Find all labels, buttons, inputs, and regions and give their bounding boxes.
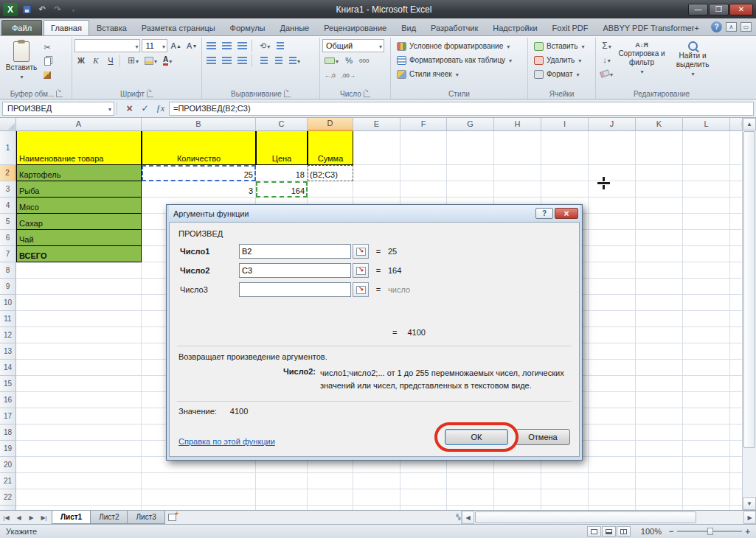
- merge-center-button[interactable]: [287, 54, 302, 67]
- cell-K12[interactable]: [636, 327, 683, 343]
- cell-I3[interactable]: [541, 181, 589, 198]
- cell-H3[interactable]: [494, 181, 541, 198]
- fill-button[interactable]: [598, 53, 615, 66]
- cell-J4[interactable]: [589, 198, 636, 214]
- cell-H21[interactable]: [494, 473, 541, 489]
- cell-B22[interactable]: [142, 489, 256, 506]
- cell-J11[interactable]: [589, 311, 636, 327]
- cell-E23[interactable]: [353, 506, 400, 510]
- font-color-button[interactable]: А: [161, 54, 174, 67]
- cells-item-0[interactable]: Вставить: [530, 39, 593, 53]
- cell-M8[interactable]: [730, 262, 742, 279]
- cell-G21[interactable]: [447, 473, 494, 489]
- cell-M6[interactable]: [730, 230, 742, 246]
- cell-L4[interactable]: [683, 198, 730, 214]
- cell-G1[interactable]: [447, 131, 494, 165]
- tab-Вид[interactable]: Вид: [394, 20, 423, 35]
- decrease-decimal-button[interactable]: ,00→: [339, 69, 358, 82]
- window-restore-icon[interactable]: ▭: [741, 22, 752, 32]
- insert-worksheet-button[interactable]: [164, 511, 181, 524]
- increase-indent-button[interactable]: [272, 54, 285, 67]
- cell-I21[interactable]: [541, 473, 589, 489]
- cell-I23[interactable]: [541, 506, 589, 510]
- align-middle-button[interactable]: [220, 39, 234, 52]
- dialog-help-button[interactable]: ?: [535, 208, 553, 219]
- cell-K18[interactable]: [636, 425, 683, 441]
- argument-input-Число1[interactable]: [239, 244, 351, 259]
- row-header-10[interactable]: 10: [0, 295, 16, 311]
- cell-A2[interactable]: Картофель: [16, 165, 142, 181]
- cell-J8[interactable]: [589, 262, 636, 279]
- cell-L1[interactable]: [683, 131, 730, 165]
- align-bottom-button[interactable]: [235, 39, 249, 52]
- paste-button[interactable]: Вставить: [4, 39, 39, 88]
- row-header-15[interactable]: 15: [0, 376, 16, 392]
- sheet-tab-Лист1[interactable]: Лист1: [52, 511, 91, 524]
- zoom-in-icon[interactable]: +: [746, 528, 750, 536]
- cell-A9[interactable]: [16, 279, 142, 295]
- row-header-16[interactable]: 16: [0, 392, 16, 408]
- cell-A14[interactable]: [16, 360, 142, 376]
- cell-K9[interactable]: [636, 279, 683, 295]
- align-center-button[interactable]: [220, 54, 234, 67]
- borders-button[interactable]: [125, 54, 141, 67]
- column-header-I[interactable]: I: [541, 118, 589, 131]
- cell-H2[interactable]: [494, 165, 541, 181]
- cell-A19[interactable]: [16, 441, 142, 457]
- find-select-button[interactable]: Найти и выделить: [668, 39, 717, 80]
- scroll-right-icon[interactable]: ▶: [743, 511, 756, 524]
- cell-J23[interactable]: [589, 506, 636, 510]
- cell-C2[interactable]: 18: [256, 165, 308, 181]
- cell-D22[interactable]: [308, 489, 353, 506]
- cell-M1[interactable]: [730, 131, 742, 165]
- cell-A15[interactable]: [16, 376, 142, 392]
- dialog-close-button[interactable]: [555, 208, 578, 219]
- column-header-H[interactable]: H: [494, 118, 541, 131]
- cell-M18[interactable]: [730, 425, 742, 441]
- cell-D1[interactable]: Сумма: [308, 131, 353, 165]
- cell-C23[interactable]: [256, 506, 308, 510]
- cell-M5[interactable]: [730, 214, 742, 230]
- cell-G23[interactable]: [447, 506, 494, 510]
- cell-L2[interactable]: [683, 165, 730, 181]
- cell-F2[interactable]: [400, 165, 447, 181]
- font-name-select[interactable]: [74, 39, 140, 52]
- sheet-tab-Лист3[interactable]: Лист3: [127, 511, 164, 524]
- cell-J9[interactable]: [589, 279, 636, 295]
- cell-K10[interactable]: [636, 295, 683, 311]
- tab-Рецензирование[interactable]: Рецензирование: [316, 20, 394, 35]
- insert-function-button[interactable]: [153, 102, 167, 116]
- cell-K23[interactable]: [636, 506, 683, 510]
- cell-M19[interactable]: [730, 441, 742, 457]
- cell-L13[interactable]: [683, 343, 730, 360]
- cell-L20[interactable]: [683, 457, 730, 473]
- alignment-dialog-launcher[interactable]: [284, 91, 291, 97]
- cell-F23[interactable]: [400, 506, 447, 510]
- cell-F1[interactable]: [400, 131, 447, 165]
- bold-button[interactable]: Ж: [74, 54, 88, 67]
- sort-filter-button[interactable]: Сортировка и фильтр: [617, 39, 666, 80]
- cell-M2[interactable]: [730, 165, 742, 181]
- cell-J21[interactable]: [589, 473, 636, 489]
- cell-M10[interactable]: [730, 295, 742, 311]
- scroll-down-icon[interactable]: ▼: [743, 497, 756, 510]
- cell-B23[interactable]: [142, 506, 256, 510]
- qat-customize-button[interactable]: [66, 3, 80, 15]
- cell-J10[interactable]: [589, 295, 636, 311]
- increase-decimal-button[interactable]: ←,0: [322, 69, 338, 82]
- cell-A23[interactable]: [16, 506, 142, 510]
- styles-item-2[interactable]: Стили ячеек: [393, 67, 525, 81]
- cell-L8[interactable]: [683, 262, 730, 279]
- cell-A11[interactable]: [16, 311, 142, 327]
- styles-item-0[interactable]: Условное форматирование: [393, 39, 525, 53]
- cell-J1[interactable]: [589, 131, 636, 165]
- row-header-19[interactable]: 19: [0, 441, 16, 457]
- cell-K5[interactable]: [636, 214, 683, 230]
- percent-format-button[interactable]: %: [342, 54, 356, 67]
- formula-input[interactable]: =ПРОИЗВЕД(B2;C3): [169, 102, 754, 116]
- cell-C21[interactable]: [256, 473, 308, 489]
- cell-A12[interactable]: [16, 327, 142, 343]
- row-header-9[interactable]: 9: [0, 279, 16, 295]
- cell-L11[interactable]: [683, 311, 730, 327]
- cell-L23[interactable]: [683, 506, 730, 510]
